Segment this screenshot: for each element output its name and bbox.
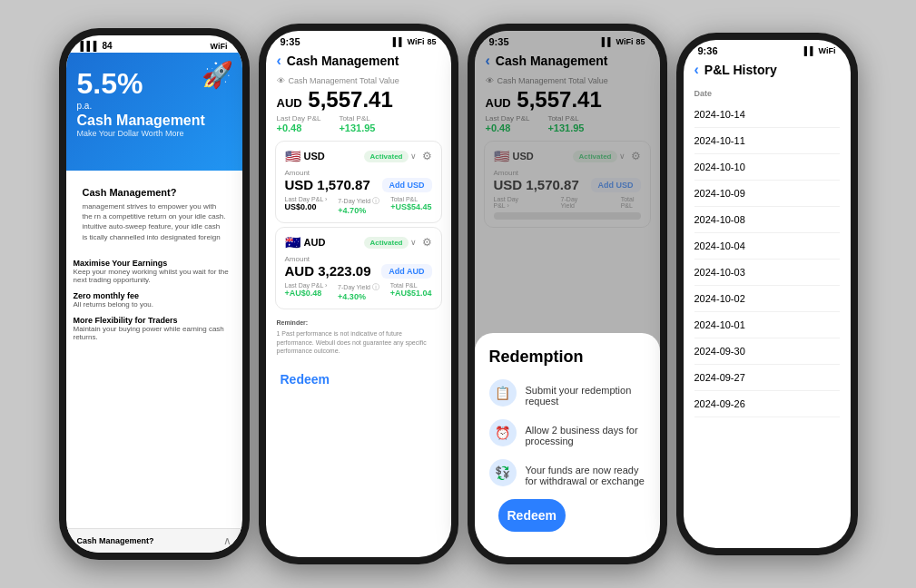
pnl-label: Last Day P&L (277, 114, 321, 122)
status-icons-2: ▌▌ WiFi 85 (393, 37, 437, 46)
stat-label: Total P&L (390, 282, 432, 289)
list-item[interactable]: 2024-10-01 (694, 312, 840, 338)
list-item[interactable]: 2024-10-02 (694, 286, 840, 312)
settings-icon[interactable]: ⚙ (422, 236, 432, 249)
list-item[interactable]: 2024-10-11 (694, 128, 840, 154)
section-title: Cash Management? (83, 187, 226, 198)
usd-card: 🇺🇸 USD Activated ∨ ⚙ Amount USD 1,570.87… (275, 141, 442, 223)
card-header: 🇦🇺 AUD Activated ∨ ⚙ (285, 235, 432, 250)
header-4: ‹ P&L History (684, 58, 851, 83)
step-text: Your funds are now ready for withdrawal … (526, 459, 645, 486)
stat-label: 7-Day Yield ⓘ (338, 282, 379, 292)
feature-text: Maintain your buying power while earning… (74, 325, 235, 341)
stat-total: Total P&L +US$54.45 (390, 196, 431, 215)
amount-value: USD 1,570.87 (285, 177, 370, 192)
total-value-label: 👁 Cash Management Total Value (266, 74, 451, 85)
phone-1: ▌▌▌ 84 WiFi 🚀 5.5% p.a. Cash Management … (59, 28, 250, 560)
feature-title: More Flexibility for Traders (74, 316, 235, 325)
document-icon: 📋 (495, 386, 510, 400)
rocket-icon: 🚀 (202, 60, 233, 90)
phone-4: 9:36 ▌▌ WiFi ‹ P&L History Date 2024-10-… (676, 33, 858, 555)
chevron-icon: ∨ (410, 152, 417, 161)
funds-icon: 💱 (489, 459, 517, 486)
info-icon: ⓘ (372, 282, 379, 292)
card-header: 🇺🇸 USD Activated ∨ ⚙ (285, 149, 432, 163)
header-2: ‹ Cash Management (266, 49, 451, 74)
status-bar-1: ▌▌▌ 84 WiFi (66, 35, 242, 53)
feature-flexibility: More Flexibility for Traders Maintain yo… (74, 316, 235, 341)
add-usd-button[interactable]: Add USD (382, 178, 432, 192)
last-day-pnl: Last Day P&L +0.48 (277, 114, 321, 133)
list-item[interactable]: 2024-10-09 (694, 181, 840, 207)
amount-label: Amount (285, 169, 432, 177)
list-item[interactable]: 2024-10-04 (694, 233, 840, 260)
info-icon: ⓘ (372, 196, 379, 206)
stat-value: +US$54.45 (390, 202, 431, 211)
pnl-label: Total P&L (339, 114, 375, 122)
settings-icon[interactable]: ⚙ (422, 150, 432, 162)
reminder-section: Reminder: 1 Past performance is not indi… (266, 313, 451, 361)
submit-icon: 📋 (489, 379, 517, 407)
currency-info: 🇦🇺 AUD (285, 235, 326, 250)
pnl-value: +131.95 (339, 122, 375, 133)
step-1: 📋 Submit your redemption request (489, 379, 645, 407)
list-item[interactable]: 2024-10-10 (694, 154, 840, 181)
banner-subtitle: Make Your Dollar Worth More (77, 129, 231, 138)
signal-icon: ▌▌ (393, 37, 405, 46)
list-item[interactable]: 2024-10-03 (694, 260, 840, 286)
feature-text: All returns belong to you. (74, 300, 235, 309)
list-item[interactable]: 2024-10-14 (694, 102, 840, 128)
phone-2-screen: 9:35 ▌▌ WiFi 85 ‹ Cash Management 👁 Cash… (266, 31, 451, 557)
currency-info: 🇺🇸 USD (285, 149, 325, 163)
stat-last-day: Last Day P&L › +AU$0.48 (285, 282, 328, 301)
wifi-icon: WiFi (819, 46, 836, 55)
phone-3: 9:35 ▌▌ WiFi 85 ‹ Cash Management 👁 Cash… (468, 24, 667, 564)
amount-label: Amount (285, 255, 432, 263)
status-bar-4: 9:36 ▌▌ WiFi (684, 40, 851, 58)
promo-banner: 🚀 5.5% p.a. Cash Management Make Your Do… (66, 53, 242, 171)
page-title: Cash Management (287, 54, 399, 68)
currency-code: AUD (304, 237, 326, 248)
time-display: 9:35 (281, 36, 300, 47)
stat-value: +4.30% (338, 292, 379, 301)
activated-status: Activated (364, 151, 408, 162)
step-text: Allow 2 business days for processing (526, 419, 645, 446)
amount-row: AUD 3,223.09 Add AUD (285, 263, 432, 279)
card-actions: Activated ∨ ⚙ (364, 150, 431, 162)
redemption-modal: Redemption 📋 Submit your redemption requ… (475, 333, 660, 557)
list-item[interactable]: 2024-09-27 (694, 365, 840, 391)
stat-7day: 7-Day Yield ⓘ +4.70% (338, 196, 379, 215)
feature-text: Keep your money working whilst you wait … (74, 268, 235, 284)
back-button[interactable]: ‹ (277, 53, 281, 69)
modal-title: Redemption (489, 348, 645, 367)
redeem-button[interactable]: Redeem (275, 367, 335, 392)
feature-earnings: Maximise Your Earnings Keep your money w… (74, 259, 235, 284)
add-aud-button[interactable]: Add AUD (381, 264, 431, 279)
stat-label: Last Day P&L › (285, 282, 328, 289)
stat-value: +AU$0.48 (285, 289, 328, 298)
feature-title: Zero monthly fee (74, 291, 235, 300)
eye-icon: 👁 (277, 76, 285, 85)
info-section: Cash Management? management strives to e… (74, 178, 235, 251)
stat-7day: 7-Day Yield ⓘ +4.30% (338, 282, 379, 301)
feature-title: Maximise Your Earnings (74, 259, 235, 268)
card-actions: Activated ∨ ⚙ (364, 236, 431, 249)
stat-value: US$0.00 (285, 202, 328, 211)
list-item[interactable]: 2024-09-30 (694, 338, 840, 365)
amount-value: AUD 3,223.09 (285, 263, 371, 279)
phone-3-screen: 9:35 ▌▌ WiFi 85 ‹ Cash Management 👁 Cash… (475, 31, 660, 557)
list-item[interactable]: 2024-09-26 (694, 391, 840, 417)
status-bar-2: 9:35 ▌▌ WiFi 85 (266, 31, 451, 49)
bottom-bar[interactable]: Cash Management? ∧ (66, 528, 242, 553)
stats-row: Last Day P&L › US$0.00 7-Day Yield ⓘ +4.… (285, 196, 432, 215)
back-button[interactable]: ‹ (694, 62, 699, 78)
stats-row: Last Day P&L › +AU$0.48 7-Day Yield ⓘ +4… (285, 282, 432, 301)
chevron-icon: ∨ (410, 238, 417, 247)
rate-period: p.a. (77, 101, 231, 111)
list-item[interactable]: 2024-10-08 (694, 207, 840, 233)
time-display: 9:36 (698, 45, 718, 56)
pnl-row: Last Day P&L +0.48 Total P&L +131.95 (266, 114, 451, 133)
redemption-modal-overlay[interactable]: Redemption 📋 Submit your redemption requ… (475, 31, 660, 557)
activated-status: Activated (364, 237, 408, 249)
redeem-confirm-button[interactable]: Redeem (498, 499, 566, 532)
